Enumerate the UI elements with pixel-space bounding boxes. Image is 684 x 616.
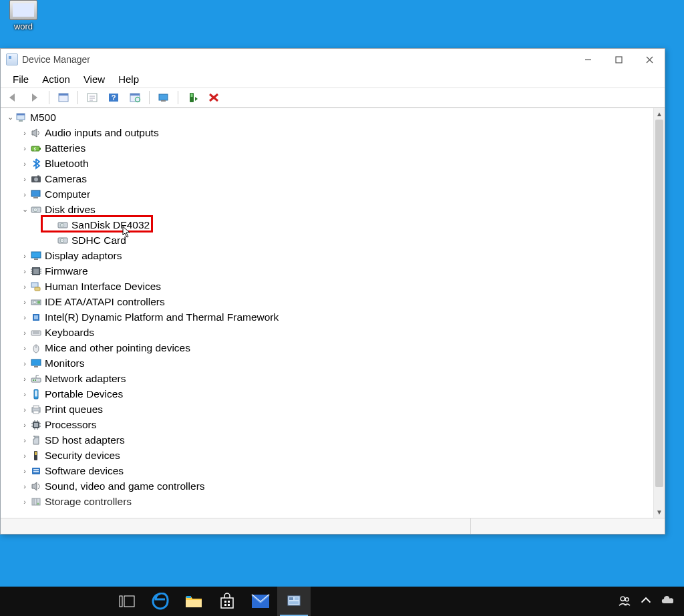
scan-hardware-button[interactable] (125, 90, 145, 105)
enable-device-button[interactable] (182, 90, 202, 105)
scroll-down-icon[interactable]: ▼ (654, 506, 665, 518)
svg-rect-70 (33, 406, 39, 408)
expander-icon[interactable]: › (19, 267, 30, 275)
show-hidden-button[interactable] (154, 90, 174, 105)
tree-item[interactable]: ›Mice and other pointing devices (1, 340, 653, 355)
tree-item[interactable]: ⌄Disk drives (1, 202, 653, 217)
refresh-button[interactable] (82, 90, 102, 105)
titlebar[interactable]: Device Manager (1, 49, 665, 70)
expander-icon[interactable]: › (19, 375, 30, 383)
devmgr-icon (6, 53, 18, 65)
people-icon[interactable] (619, 595, 631, 609)
expander-icon[interactable]: › (19, 482, 30, 490)
expander-icon[interactable]: › (19, 359, 30, 367)
expander-icon[interactable]: › (19, 452, 30, 460)
tree-item[interactable]: ›Intel(R) Dynamic Platform and Thermal F… (1, 309, 653, 325)
tree-item[interactable]: ›SD host adapters (1, 432, 653, 448)
tree-root[interactable]: ⌄M500 (1, 110, 653, 125)
help-button[interactable]: ? (104, 90, 124, 105)
expander-icon[interactable]: › (19, 283, 30, 291)
store-button[interactable] (210, 587, 244, 616)
chevron-up-icon[interactable] (640, 595, 652, 609)
tree-item-label: Audio inputs and outputs (45, 127, 159, 139)
tree-item[interactable]: ›Processors (1, 417, 653, 432)
uninstall-button[interactable] (204, 90, 224, 105)
expander-icon[interactable]: › (19, 175, 30, 183)
tree-item[interactable]: ›Firmware (1, 263, 653, 279)
onedrive-icon[interactable] (661, 595, 673, 609)
mouse-icon (30, 342, 42, 354)
back-button[interactable] (3, 90, 23, 105)
svg-rect-97 (228, 601, 230, 603)
edge-button[interactable] (144, 587, 177, 616)
tree-item[interactable]: ›Batteries (1, 140, 653, 156)
expander-icon[interactable]: ⌄ (5, 113, 15, 122)
expander-icon[interactable]: ⌄ (19, 205, 30, 214)
svg-rect-62 (31, 359, 41, 365)
menu-help[interactable]: Help (113, 72, 144, 86)
expander-icon[interactable]: › (19, 467, 30, 475)
close-button[interactable] (634, 49, 665, 70)
tree-item[interactable]: ›Monitors (1, 355, 653, 371)
sound-icon (30, 480, 42, 492)
tree-item-label: Intel(R) Dynamic Platform and Thermal Fr… (45, 311, 279, 323)
expander-icon[interactable]: › (19, 144, 30, 152)
tree-item[interactable]: ›Sound, video and game controllers (1, 478, 653, 494)
expander-icon[interactable]: › (19, 436, 30, 444)
expander-icon[interactable]: › (19, 252, 30, 260)
expander-icon[interactable]: › (19, 406, 30, 414)
tree-item[interactable]: ›IDE ATA/ATAPI controllers (1, 294, 653, 309)
menu-file[interactable]: File (7, 72, 34, 86)
tree-item[interactable]: ›Bluetooth (1, 156, 653, 171)
tree-item-label: Display adaptors (45, 250, 122, 262)
expander-icon[interactable]: › (19, 160, 30, 168)
maximize-button[interactable] (603, 49, 634, 70)
scrollbar-thumb[interactable] (655, 120, 663, 487)
tree-item[interactable]: ›Keyboards (1, 325, 653, 340)
menu-action[interactable]: Action (37, 72, 75, 86)
expander-icon[interactable]: › (19, 298, 30, 306)
svg-rect-29 (31, 190, 40, 196)
tree-item[interactable]: ›Storage controllers (1, 494, 653, 509)
file-explorer-button[interactable] (177, 587, 210, 616)
expander-icon[interactable]: › (19, 329, 30, 337)
mail-button[interactable] (244, 587, 277, 616)
expander-icon[interactable]: › (19, 498, 30, 506)
tree-item[interactable]: ›Software devices (1, 463, 653, 478)
svg-rect-89 (33, 471, 39, 472)
tree-item[interactable]: ›Print queues (1, 402, 653, 417)
tree-item[interactable]: ›Computer (1, 186, 653, 202)
expander-icon[interactable]: › (19, 313, 30, 321)
tree-item-label: Cameras (45, 173, 87, 185)
tree-item-label: Monitors (45, 357, 84, 369)
tree-item-label: Bluetooth (45, 158, 89, 170)
ide-icon (30, 296, 42, 308)
network-icon (30, 373, 42, 385)
tree-item[interactable]: SanDisk DF4032 (1, 217, 653, 233)
device-tree[interactable]: ⌄M500›Audio inputs and outputs›Batteries… (1, 108, 653, 518)
forward-button[interactable] (25, 90, 45, 105)
tree-item[interactable]: ›Cameras (1, 171, 653, 186)
tree-item[interactable]: ›Audio inputs and outputs (1, 125, 653, 140)
minimize-button[interactable] (572, 49, 603, 70)
expander-icon[interactable]: › (19, 344, 30, 352)
taskview-button[interactable] (110, 587, 144, 616)
expander-icon[interactable]: › (19, 190, 30, 198)
tree-item[interactable]: SDHC Card (1, 233, 653, 248)
desktop-shortcut[interactable]: word (0, 0, 47, 31)
vertical-scrollbar[interactable]: ▲ ▼ (653, 108, 665, 518)
scroll-up-icon[interactable]: ▲ (654, 108, 665, 120)
menu-view[interactable]: View (78, 72, 110, 86)
tree-item[interactable]: ›Human Interface Devices (1, 279, 653, 294)
tree-item[interactable]: ›Portable Devices (1, 386, 653, 402)
expander-icon[interactable]: › (19, 421, 30, 429)
expander-icon[interactable]: › (19, 129, 30, 137)
device-manager-taskbar-button[interactable] (277, 587, 311, 616)
properties-button[interactable] (53, 90, 73, 105)
tree-item[interactable]: ›Security devices (1, 448, 653, 463)
svg-rect-88 (33, 469, 39, 470)
tree-item[interactable]: ›Network adapters (1, 371, 653, 386)
svg-rect-98 (224, 604, 226, 606)
tree-item[interactable]: ›Display adaptors (1, 248, 653, 263)
expander-icon[interactable]: › (19, 390, 30, 398)
